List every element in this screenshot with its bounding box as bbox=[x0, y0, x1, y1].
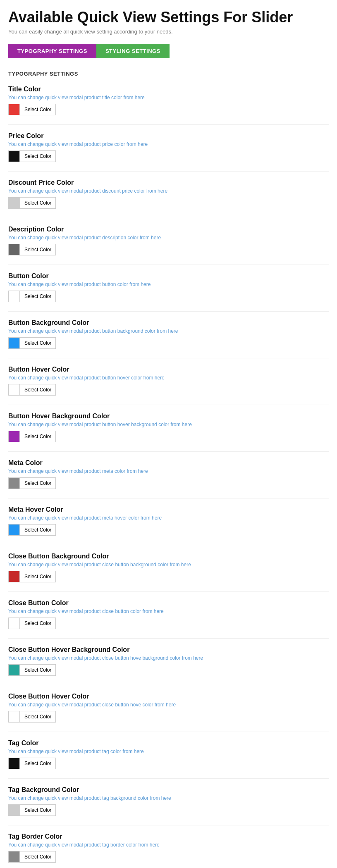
page-subtitle: You can easily change all quick view set… bbox=[8, 29, 329, 35]
color-setting-desc-button-hover-background-color: You can change quick view modal product … bbox=[8, 422, 329, 427]
color-swatch-button-color[interactable] bbox=[8, 291, 20, 302]
color-setting-label-description-color: Description Color bbox=[8, 226, 329, 233]
color-row-discount-price-color: Select Color bbox=[8, 197, 329, 209]
color-setting-desc-meta-hover-color: You can change quick view modal product … bbox=[8, 515, 329, 521]
page-title: Available Quick View Settings For Slider bbox=[8, 8, 329, 26]
select-color-button-meta-hover-color[interactable]: Select Color bbox=[20, 524, 56, 536]
color-setting-label-close-button-hover-background-color: Close Button Hover Background Color bbox=[8, 646, 329, 653]
color-setting-label-title-color: Title Color bbox=[8, 86, 329, 93]
color-swatch-button-hover-background-color[interactable] bbox=[8, 431, 20, 442]
color-setting-label-button-color: Button Color bbox=[8, 272, 329, 280]
color-row-button-color: Select Color bbox=[8, 291, 329, 302]
color-setting-label-meta-hover-color: Meta Hover Color bbox=[8, 506, 329, 513]
color-setting-meta-color: Meta Color You can change quick view mod… bbox=[8, 459, 329, 498]
color-setting-desc-button-hover-color: You can change quick view modal product … bbox=[8, 375, 329, 381]
color-setting-button-color: Button Color You can change quick view m… bbox=[8, 272, 329, 312]
select-color-button-button-color[interactable]: Select Color bbox=[20, 291, 56, 302]
color-setting-button-hover-background-color: Button Hover Background Color You can ch… bbox=[8, 413, 329, 452]
color-setting-meta-hover-color: Meta Hover Color You can change quick vi… bbox=[8, 506, 329, 545]
select-color-button-title-color[interactable]: Select Color bbox=[20, 104, 56, 115]
select-color-button-tag-border-color[interactable]: Select Color bbox=[20, 851, 56, 863]
color-setting-close-button-hover-color: Close Button Hover Color You can change … bbox=[8, 693, 329, 732]
color-row-close-button-color: Select Color bbox=[8, 618, 329, 629]
color-swatch-meta-hover-color[interactable] bbox=[8, 524, 20, 536]
color-row-meta-color: Select Color bbox=[8, 477, 329, 489]
color-row-button-background-color: Select Color bbox=[8, 337, 329, 349]
color-setting-desc-button-background-color: You can change quick view modal product … bbox=[8, 328, 329, 334]
color-setting-tag-color: Tag Color You can change quick view moda… bbox=[8, 739, 329, 779]
color-setting-discount-price-color: Discount Price Color You can change quic… bbox=[8, 179, 329, 218]
color-setting-desc-close-button-hover-color: You can change quick view modal product … bbox=[8, 702, 329, 708]
select-color-button-close-button-hover-background-color[interactable]: Select Color bbox=[20, 664, 56, 676]
color-setting-label-tag-background-color: Tag Background Color bbox=[8, 786, 329, 794]
color-setting-desc-tag-border-color: You can change quick view modal product … bbox=[8, 842, 329, 848]
select-color-button-close-button-background-color[interactable]: Select Color bbox=[20, 571, 56, 582]
color-row-close-button-background-color: Select Color bbox=[8, 571, 329, 582]
color-swatch-close-button-hover-background-color[interactable] bbox=[8, 664, 20, 676]
color-swatch-button-background-color[interactable] bbox=[8, 337, 20, 349]
select-color-button-button-hover-color[interactable]: Select Color bbox=[20, 384, 56, 396]
select-color-button-button-background-color[interactable]: Select Color bbox=[20, 337, 56, 349]
tab-styling[interactable]: STYLING SETTINGS bbox=[96, 44, 170, 58]
select-color-button-button-hover-background-color[interactable]: Select Color bbox=[20, 431, 56, 442]
color-swatch-close-button-background-color[interactable] bbox=[8, 571, 20, 582]
color-setting-desc-close-button-background-color: You can change quick view modal product … bbox=[8, 562, 329, 568]
color-settings-list: Title Color You can change quick view mo… bbox=[8, 86, 329, 863]
color-swatch-discount-price-color[interactable] bbox=[8, 197, 20, 209]
color-setting-label-tag-border-color: Tag Border Color bbox=[8, 833, 329, 840]
color-swatch-close-button-hover-color[interactable] bbox=[8, 711, 20, 723]
select-color-button-close-button-color[interactable]: Select Color bbox=[20, 618, 56, 629]
color-row-tag-background-color: Select Color bbox=[8, 804, 329, 816]
select-color-button-meta-color[interactable]: Select Color bbox=[20, 477, 56, 489]
color-row-title-color: Select Color bbox=[8, 104, 329, 115]
color-setting-label-button-hover-color: Button Hover Color bbox=[8, 366, 329, 373]
color-setting-label-close-button-hover-color: Close Button Hover Color bbox=[8, 693, 329, 700]
color-setting-label-close-button-background-color: Close Button Background Color bbox=[8, 553, 329, 560]
color-swatch-tag-border-color[interactable] bbox=[8, 851, 20, 863]
color-row-close-button-hover-background-color: Select Color bbox=[8, 664, 329, 676]
color-row-description-color: Select Color bbox=[8, 244, 329, 255]
color-setting-tag-border-color: Tag Border Color You can change quick vi… bbox=[8, 833, 329, 863]
select-color-button-tag-color[interactable]: Select Color bbox=[20, 758, 56, 769]
color-row-meta-hover-color: Select Color bbox=[8, 524, 329, 536]
select-color-button-discount-price-color[interactable]: Select Color bbox=[20, 197, 56, 209]
select-color-button-description-color[interactable]: Select Color bbox=[20, 244, 56, 255]
color-setting-label-button-hover-background-color: Button Hover Background Color bbox=[8, 413, 329, 420]
color-setting-desc-tag-background-color: You can change quick view modal product … bbox=[8, 795, 329, 801]
tab-typography[interactable]: TYPOGRAPHY SETTINGS bbox=[8, 44, 96, 58]
color-swatch-title-color[interactable] bbox=[8, 104, 20, 115]
color-setting-button-background-color: Button Background Color You can change q… bbox=[8, 319, 329, 358]
color-swatch-meta-color[interactable] bbox=[8, 477, 20, 489]
select-color-button-price-color[interactable]: Select Color bbox=[20, 150, 56, 162]
select-color-button-close-button-hover-color[interactable]: Select Color bbox=[20, 711, 56, 723]
color-swatch-price-color[interactable] bbox=[8, 150, 20, 162]
color-row-button-hover-background-color: Select Color bbox=[8, 431, 329, 442]
color-setting-desc-title-color: You can change quick view modal product … bbox=[8, 95, 329, 100]
color-setting-desc-tag-color: You can change quick view modal product … bbox=[8, 749, 329, 754]
color-setting-label-button-background-color: Button Background Color bbox=[8, 319, 329, 327]
color-setting-description-color: Description Color You can change quick v… bbox=[8, 226, 329, 265]
color-setting-tag-background-color: Tag Background Color You can change quic… bbox=[8, 786, 329, 825]
color-setting-label-close-button-color: Close Button Color bbox=[8, 599, 329, 607]
color-setting-close-button-background-color: Close Button Background Color You can ch… bbox=[8, 553, 329, 592]
color-setting-desc-close-button-hover-background-color: You can change quick view modal product … bbox=[8, 655, 329, 661]
color-swatch-tag-color[interactable] bbox=[8, 758, 20, 769]
color-setting-desc-close-button-color: You can change quick view modal product … bbox=[8, 608, 329, 614]
color-swatch-tag-background-color[interactable] bbox=[8, 804, 20, 816]
color-setting-close-button-color: Close Button Color You can change quick … bbox=[8, 599, 329, 639]
color-row-close-button-hover-color: Select Color bbox=[8, 711, 329, 723]
color-swatch-description-color[interactable] bbox=[8, 244, 20, 255]
color-setting-price-color: Price Color You can change quick view mo… bbox=[8, 132, 329, 172]
color-setting-button-hover-color: Button Hover Color You can change quick … bbox=[8, 366, 329, 405]
color-setting-label-meta-color: Meta Color bbox=[8, 459, 329, 467]
tabs-container: TYPOGRAPHY SETTINGS STYLING SETTINGS bbox=[8, 44, 329, 58]
color-setting-label-tag-color: Tag Color bbox=[8, 739, 329, 747]
color-swatch-button-hover-color[interactable] bbox=[8, 384, 20, 396]
color-setting-desc-description-color: You can change quick view modal product … bbox=[8, 235, 329, 241]
color-setting-desc-price-color: You can change quick view modal product … bbox=[8, 141, 329, 147]
color-row-button-hover-color: Select Color bbox=[8, 384, 329, 396]
select-color-button-tag-background-color[interactable]: Select Color bbox=[20, 804, 56, 816]
color-swatch-close-button-color[interactable] bbox=[8, 618, 20, 629]
color-row-tag-color: Select Color bbox=[8, 758, 329, 769]
color-setting-title-color: Title Color You can change quick view mo… bbox=[8, 86, 329, 125]
